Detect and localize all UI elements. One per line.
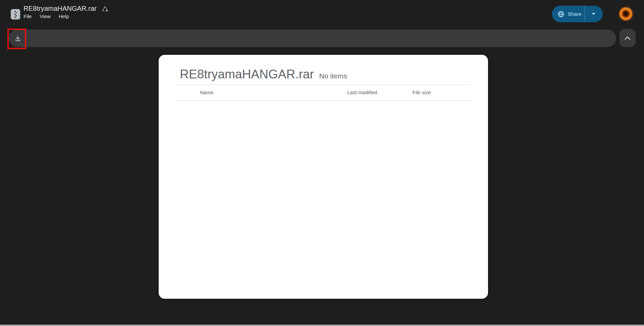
- share-button[interactable]: Share: [552, 6, 584, 22]
- download-icon: [14, 35, 22, 42]
- card-title-row: RE8tryamaHANGAR.rar No items: [159, 55, 488, 82]
- collapse-toolbar-button[interactable]: [619, 29, 636, 47]
- archive-contents-card: RE8tryamaHANGAR.rar No items Name Last m…: [159, 55, 488, 299]
- toolbar: [9, 30, 616, 47]
- chevron-up-icon: [624, 36, 631, 40]
- dropdown-caret-icon: [592, 13, 596, 15]
- items-status: No items: [319, 72, 347, 80]
- menubar: File View Help: [19, 13, 73, 20]
- menu-view[interactable]: View: [36, 13, 54, 20]
- zipper-icon: [11, 9, 20, 20]
- account-avatar[interactable]: [619, 7, 633, 21]
- column-header-last-modified[interactable]: Last modified: [347, 84, 377, 101]
- globe-icon: [558, 11, 564, 17]
- share-pill: Share: [552, 6, 603, 22]
- share-dropdown-button[interactable]: [585, 6, 603, 22]
- table-header-row: Name Last modified File size: [175, 84, 472, 101]
- bottom-scrollbar-track[interactable]: [0, 325, 644, 326]
- add-shortcut-to-drive-icon[interactable]: [101, 5, 109, 12]
- document-header: RE8tryamaHANGAR.rar: [24, 4, 109, 13]
- download-button[interactable]: [10, 30, 26, 46]
- column-header-name[interactable]: Name: [200, 84, 213, 101]
- archive-file-icon: [11, 9, 20, 20]
- column-header-file-size[interactable]: File size: [412, 84, 431, 101]
- menu-file[interactable]: File: [19, 13, 36, 20]
- menu-help[interactable]: Help: [54, 13, 73, 20]
- share-button-label: Share: [568, 11, 581, 17]
- archive-title: RE8tryamaHANGAR.rar: [180, 67, 314, 82]
- page-title: RE8tryamaHANGAR.rar: [24, 4, 97, 13]
